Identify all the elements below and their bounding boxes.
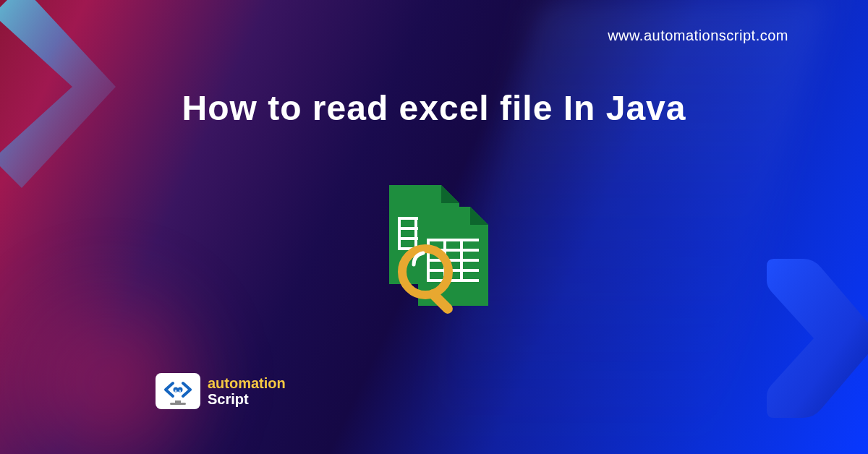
logo-text-line2: Script bbox=[208, 391, 286, 407]
spreadsheet-search-icon bbox=[362, 172, 506, 317]
chevron-left-icon bbox=[0, 0, 123, 188]
svg-rect-8 bbox=[427, 259, 479, 262]
code-icon: a s bbox=[163, 379, 193, 401]
page-title: How to read excel file In Java bbox=[182, 88, 686, 128]
brand-logo: a s automation Script bbox=[156, 373, 286, 409]
monitor-base-icon bbox=[163, 401, 193, 406]
decorative-glow-red bbox=[0, 237, 253, 454]
chevron-right-icon bbox=[745, 252, 868, 425]
svg-rect-20 bbox=[175, 401, 181, 403]
website-url: www.automationscript.com bbox=[608, 27, 788, 44]
svg-rect-13 bbox=[460, 239, 463, 282]
svg-rect-21 bbox=[170, 403, 186, 405]
logo-text: automation Script bbox=[208, 375, 286, 407]
svg-rect-4 bbox=[398, 217, 401, 250]
svg-rect-10 bbox=[427, 279, 479, 282]
logo-badge: a s bbox=[156, 373, 200, 409]
svg-text:s: s bbox=[179, 388, 182, 393]
logo-text-line1: automation bbox=[208, 375, 286, 391]
hero-banner: www.automationscript.com How to read exc… bbox=[0, 0, 868, 454]
svg-rect-9 bbox=[427, 269, 479, 272]
svg-rect-6 bbox=[427, 239, 479, 241]
svg-text:a: a bbox=[175, 388, 177, 393]
svg-rect-5 bbox=[414, 217, 417, 250]
